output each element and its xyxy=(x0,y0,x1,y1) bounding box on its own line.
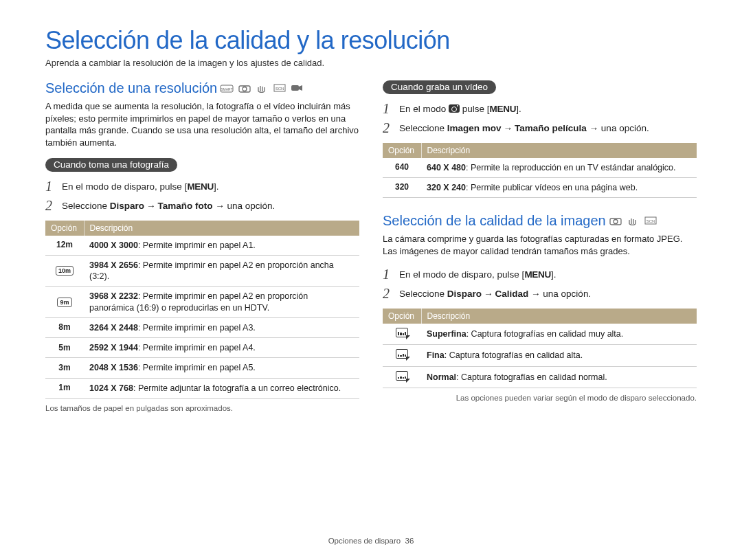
right-column: Cuando graba un vídeo 1 En el modo pulse… xyxy=(383,80,697,412)
video-mode-icon xyxy=(290,83,304,93)
photo-step-1: 1 En el modo de disparo, pulse [MENU]. xyxy=(45,179,359,194)
resolution-option-icon: 9m xyxy=(45,287,84,318)
quality-table: Opción Descripción Superfina: Captura fo… xyxy=(383,309,697,389)
quality-option-icon xyxy=(383,366,421,388)
quality-description: Fina: Captura fotografías en calidad alt… xyxy=(421,345,697,367)
video-steps: 1 En el modo pulse [MENU]. 2 Seleccione … xyxy=(383,101,697,136)
step-text: Seleccione xyxy=(399,123,447,133)
footer-page-number: 36 xyxy=(405,537,414,545)
step-text: Seleccione xyxy=(62,201,110,211)
section-title-quality: Selección de la calidad de la imagen SCN xyxy=(383,213,697,229)
svg-text:SCN: SCN xyxy=(646,219,655,223)
resolution-description: 3264 X 2448: Permite imprimir en papel A… xyxy=(84,317,359,337)
quality-note: Las opciones pueden variar según el modo… xyxy=(383,394,697,402)
video-option-icon: 320 xyxy=(383,177,421,197)
table-row: 320320 X 240: Permite publicar vídeos en… xyxy=(383,177,697,197)
video-step-1: 1 En el modo pulse [MENU]. xyxy=(383,101,697,116)
footer-section: Opciones de disparo xyxy=(328,537,401,545)
step-bold: Calidad xyxy=(495,289,529,299)
table-row: Superfina: Captura fotografías en calida… xyxy=(383,324,697,345)
page-intro: Aprenda a cambiar la resolución de la im… xyxy=(45,58,697,68)
quality-description: Superfina: Captura fotografías en calida… xyxy=(421,324,697,345)
video-step-2: 2 Seleccione Imagen mov→Tamaño película … xyxy=(383,120,697,135)
step-text: En el modo de disparo, pulse [ xyxy=(62,181,187,192)
mode-icons-quality: SCN xyxy=(609,213,657,229)
video-resolution-table: Opción Descripción 640640 X 480: Permite… xyxy=(383,143,697,199)
photo-step-2: 2 Seleccione Disparo→Tamaño foto → una o… xyxy=(45,198,359,213)
resolution-option-icon: 3m xyxy=(45,358,84,378)
step-number: 2 xyxy=(383,286,394,301)
step-arrow: → xyxy=(144,201,158,211)
video-pill: Cuando graba un vídeo xyxy=(383,80,496,94)
video-description: 640 X 480: Permite la reproducción en un… xyxy=(421,158,697,178)
quality-option-icon xyxy=(383,324,421,345)
table-row: Fina: Captura fotografías en calidad alt… xyxy=(383,345,697,367)
page-footer: Opciones de disparo 36 xyxy=(0,537,742,545)
resolution-option-icon: 1m xyxy=(45,378,84,398)
menu-key: MENU xyxy=(187,181,214,192)
step-bold: Tamaño película xyxy=(515,123,587,133)
svg-point-3 xyxy=(243,87,247,91)
step-number: 1 xyxy=(383,267,394,282)
photo-table-note: Los tamaños de papel en pulgadas son apr… xyxy=(45,404,359,412)
step-arrow: → xyxy=(502,123,515,133)
th-description: Descripción xyxy=(421,143,697,158)
step-text: En el modo xyxy=(399,104,449,114)
resolution-description: 2592 X 1944: Permite imprimir en papel A… xyxy=(84,338,359,358)
quality-description: Normal: Captura fotografías en calidad n… xyxy=(421,366,697,388)
hand-mode-icon xyxy=(626,216,640,225)
resolution-description: 1024 X 768: Permite adjuntar la fotograf… xyxy=(84,378,359,398)
step-text: ]. xyxy=(214,181,219,192)
table-row: 3m2048 X 1536: Permite imprimir en papel… xyxy=(45,358,359,378)
table-row: 9m3968 X 2232: Permite imprimir en papel… xyxy=(45,287,359,318)
step-text: → una opción. xyxy=(528,289,591,299)
svg-point-8 xyxy=(614,220,618,224)
th-description: Descripción xyxy=(84,221,359,236)
step-text: → una opción. xyxy=(587,123,649,133)
scn-mode-icon: SCN xyxy=(273,83,286,93)
svg-text:SMART: SMART xyxy=(221,87,232,91)
table-row: 8m3264 X 2448: Permite imprimir en papel… xyxy=(45,317,359,337)
menu-key: MENU xyxy=(490,104,517,114)
step-bold: Disparo xyxy=(447,289,482,299)
smart-mode-icon: SMART xyxy=(220,83,234,93)
table-row: 10m3984 X 2656: Permite imprimir en pape… xyxy=(45,255,359,287)
resolution-description: 3968 X 2232: Permite imprimir en papel A… xyxy=(84,287,359,318)
th-option: Opción xyxy=(383,309,421,324)
step-text: Seleccione xyxy=(399,289,447,299)
step-bold: Tamaño foto xyxy=(158,201,213,211)
quality-option-icon xyxy=(383,345,421,367)
th-option: Opción xyxy=(45,221,84,236)
svg-text:SCN: SCN xyxy=(276,87,284,91)
table-row: Normal: Captura fotografías en calidad n… xyxy=(383,366,697,388)
step-bold: Imagen mov xyxy=(447,123,502,133)
resolution-description: 4000 X 3000: Permite imprimir en papel A… xyxy=(84,236,359,256)
svg-rect-6 xyxy=(291,85,299,91)
page-title: Selección de la calidad y la resolución xyxy=(45,26,697,55)
th-option: Opción xyxy=(383,143,421,158)
left-column: Selección de una resolución SMART SCN A … xyxy=(45,80,359,412)
step-text: En el modo de disparo, pulse [ xyxy=(399,269,524,280)
table-row: 1m1024 X 768: Permite adjuntar la fotogr… xyxy=(45,378,359,398)
photo-steps: 1 En el modo de disparo, pulse [MENU]. 2… xyxy=(45,179,359,214)
resolution-option-icon: 12m xyxy=(45,236,84,256)
step-arrow: → xyxy=(482,289,495,299)
step-number: 2 xyxy=(383,120,394,135)
th-description: Descripción xyxy=(421,309,697,324)
video-mode-icon xyxy=(449,104,460,113)
video-description: 320 X 240: Permite publicar vídeos en un… xyxy=(421,177,697,197)
quality-steps: 1 En el modo de disparo, pulse [MENU]. 2… xyxy=(383,267,697,302)
resolution-option-icon: 10m xyxy=(45,255,84,287)
step-text: → una opción. xyxy=(213,201,276,211)
table-row: 12m4000 X 3000: Permite imprimir en pape… xyxy=(45,236,359,256)
step-number: 1 xyxy=(383,101,394,116)
mode-icons-resolution: SMART SCN xyxy=(220,80,304,96)
step-number: 2 xyxy=(45,198,56,213)
hand-mode-icon xyxy=(255,83,269,93)
scn-mode-icon: SCN xyxy=(644,216,657,225)
step-bold: Disparo xyxy=(110,201,144,211)
photo-pill: Cuando toma una fotografía xyxy=(45,158,177,172)
camera-mode-icon xyxy=(238,83,251,93)
section-title-resolution-text: Selección de una resolución xyxy=(45,80,217,96)
photo-resolution-table: Opción Descripción 12m4000 X 3000: Permi… xyxy=(45,221,359,399)
